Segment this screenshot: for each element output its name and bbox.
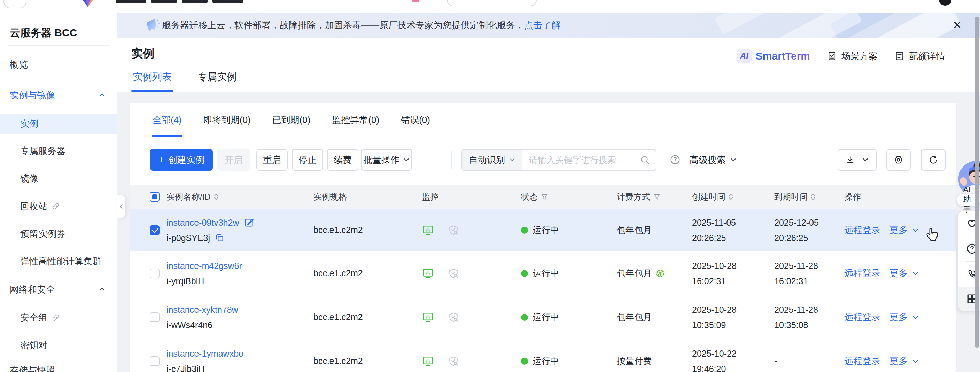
sidebar-item-images[interactable]: 镜像 [0, 169, 117, 188]
banner-close-button[interactable]: ✕ [953, 13, 962, 38]
sidebar-group-storage-snapshot[interactable]: 存储与快照 [0, 361, 117, 372]
banner-learn-more-link[interactable]: 点击了解 [524, 19, 560, 31]
monitor-chart-icon[interactable] [422, 267, 434, 279]
sidebar-group-instances-images[interactable]: 实例与镜像 [0, 85, 117, 105]
start-button[interactable]: 开启 [217, 149, 250, 171]
filter-funnel-icon[interactable] [653, 193, 661, 201]
table-row[interactable]: instance-09tv3h2w i-p0gSYE3j bcc.e1.c2m2… [130, 209, 956, 251]
chevron-down-icon[interactable] [912, 226, 920, 234]
filter-tab-expired[interactable]: 已到期(0) [272, 103, 311, 137]
sidebar-collapse-handle[interactable] [117, 195, 126, 218]
monitor-chart-icon[interactable] [422, 312, 434, 323]
sidebar-item-security-groups[interactable]: 安全组 [0, 308, 117, 327]
table-row[interactable]: instance-xyktn78w i-wWs4r4n6 bcc.e1.c2m2… [130, 296, 956, 339]
remote-login-link[interactable]: 远程登录 [844, 224, 880, 236]
row-checkbox[interactable] [150, 225, 159, 235]
column-billing: 计费方式 [617, 191, 650, 202]
table-row[interactable]: instance-m42gsw6r i-yrqiBblH bcc.e1.c2m2… [130, 251, 956, 296]
table-row[interactable]: instance-1ymawxbo i-c7Jib3iH bcc.e1.c2m2… [130, 339, 956, 372]
chevron-down-icon[interactable] [912, 313, 920, 321]
security-check-icon[interactable] [448, 268, 459, 279]
chevron-down-icon[interactable] [912, 270, 920, 277]
batch-actions-button[interactable]: 批量操作 [361, 149, 412, 171]
vertical-scrollbar[interactable] [975, 17, 979, 348]
created-time: 16:02:31 [692, 275, 726, 287]
advanced-search-button[interactable]: 高级搜索 [690, 149, 737, 171]
monitor-chart-icon[interactable] [422, 224, 434, 236]
filter-tab-error[interactable]: 错误(0) [400, 103, 431, 137]
sidebar-item-label: 实例与镜像 [10, 89, 55, 101]
help-icon[interactable] [669, 154, 681, 165]
sidebar-item-instances[interactable]: 实例 [0, 114, 117, 134]
sort-icon[interactable] [810, 192, 816, 201]
filter-tab-expiring[interactable]: 即将到期(0) [203, 103, 251, 137]
security-check-icon[interactable] [448, 225, 459, 236]
quota-details-button[interactable]: 配额详情 [894, 50, 945, 62]
row-checkbox[interactable] [150, 312, 159, 322]
sort-icon[interactable] [728, 192, 733, 201]
sidebar-item-recycle-bin[interactable]: 回收站 [0, 196, 117, 216]
tab-dedicated-instances[interactable]: 专属实例 [196, 70, 238, 92]
gear-icon [893, 155, 904, 165]
filter-tab-all[interactable]: 全部(4) [152, 103, 183, 137]
sidebar-group-network-security[interactable]: 网络和安全 [0, 280, 117, 299]
instance-spec: bcc.e1.c2m2 [313, 268, 363, 278]
row-checkbox[interactable] [150, 356, 159, 366]
more-actions-link[interactable]: 更多 [889, 355, 908, 367]
chevron-down-icon[interactable] [912, 358, 920, 365]
billing-type: 按量付费 [617, 355, 652, 367]
sidebar-item-reserved-instance-coupon[interactable]: 预留实例券 [0, 224, 117, 243]
status-text: 运行中 [533, 267, 559, 279]
topbar-search-box[interactable] [447, 0, 537, 6]
auto-renew-icon [655, 268, 665, 279]
search-mode-select[interactable]: 自动识别 [462, 150, 522, 170]
security-check-icon[interactable] [448, 312, 459, 323]
copy-icon[interactable] [215, 233, 224, 242]
create-instance-button[interactable]: + 创建实例 [150, 149, 213, 171]
column-created: 创建时间 [692, 191, 725, 202]
remote-login-link[interactable]: 远程登录 [844, 355, 880, 367]
remote-login-link[interactable]: 远程登录 [844, 267, 880, 279]
filter-funnel-icon[interactable] [541, 193, 549, 201]
sidebar-item-dedicated-servers[interactable]: 专属服务器 [0, 141, 117, 161]
more-actions-link[interactable]: 更多 [889, 267, 908, 279]
instance-name-link[interactable]: instance-1ymawxbo [167, 347, 243, 360]
instance-spec: bcc.e1.c2m2 [313, 312, 363, 322]
sidebar-item-key-pairs[interactable]: 密钥对 [0, 335, 117, 355]
instance-name-link[interactable]: instance-xyktn78w [167, 304, 238, 316]
chevron-left-icon [118, 203, 124, 210]
promo-banner: 服务器迁移上云，软件部署，故障排除，加固杀毒——原厂技术专家为您提供定制化服务，… [117, 13, 980, 38]
chevron-up-icon [98, 91, 106, 99]
sidebar-item-overview[interactable]: 概览 [0, 55, 117, 74]
topbar-user-avatar[interactable] [939, 0, 951, 6]
create-instance-label: 创建实例 [168, 154, 204, 166]
remote-login-link[interactable]: 远程登录 [844, 311, 880, 323]
export-button[interactable] [838, 149, 877, 171]
filter-tab-monitor-abnormal[interactable]: 监控异常(0) [331, 103, 380, 137]
security-check-icon[interactable] [448, 356, 459, 367]
edit-icon[interactable] [244, 217, 254, 228]
row-checkbox[interactable] [150, 269, 159, 278]
smartterm-button[interactable]: AI SmartTerm [737, 49, 810, 64]
instance-tabs: 实例列表 专属实例 [131, 70, 238, 92]
more-actions-link[interactable]: 更多 [889, 224, 908, 236]
refresh-button[interactable] [921, 149, 945, 171]
instance-name-link[interactable]: instance-09tv3h2w [167, 216, 239, 229]
topbar-left-pill[interactable] [3, 0, 27, 8]
renew-button[interactable]: 续费 [327, 149, 358, 171]
scenario-plans-button[interactable]: 场景方案 [827, 50, 878, 62]
sidebar-item-elastic-hpc-cluster[interactable]: 弹性高性能计算集群 [0, 251, 117, 271]
search-icon[interactable] [640, 155, 650, 165]
select-all-checkbox[interactable] [150, 192, 159, 202]
tab-instance-list[interactable]: 实例列表 [131, 70, 173, 92]
table-settings-button[interactable] [886, 149, 911, 171]
sort-icon[interactable] [213, 192, 219, 201]
created-time: 19:46:20 [692, 362, 726, 372]
created-date: 2025-10-28 [692, 304, 737, 316]
monitor-chart-icon[interactable] [422, 355, 434, 367]
instance-name-link[interactable]: instance-m42gsw6r [167, 259, 242, 272]
search-input[interactable] [522, 150, 640, 170]
restart-button[interactable]: 重启 [256, 149, 288, 171]
more-actions-link[interactable]: 更多 [889, 311, 908, 323]
stop-button[interactable]: 停止 [292, 149, 323, 171]
